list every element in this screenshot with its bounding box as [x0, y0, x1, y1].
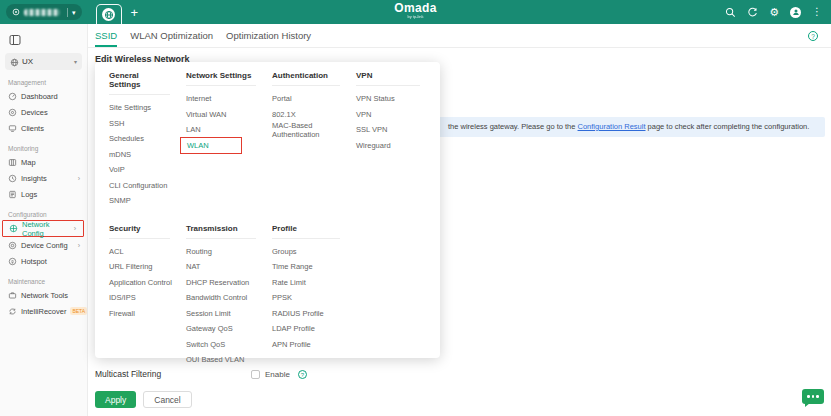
- menu-item-lan[interactable]: LAN: [186, 122, 272, 138]
- menu-item-schedules[interactable]: Schedules: [109, 131, 186, 147]
- menu-item-site-settings[interactable]: Site Settings: [109, 100, 186, 116]
- menu-item-mac-based-authentication[interactable]: MAC-Based Authentication: [272, 122, 356, 138]
- sidebar-item-devices[interactable]: Devices: [0, 104, 87, 120]
- menu-item-gateway-qos[interactable]: Gateway QoS: [186, 321, 272, 337]
- menu-item-label: Routing: [186, 247, 212, 256]
- menu-item-nat[interactable]: NAT: [186, 259, 272, 275]
- sidebar-item-device-config[interactable]: Device Config›: [0, 237, 87, 253]
- menu-item-label: Time Range: [272, 262, 313, 271]
- site-selector[interactable]: UX ▾: [5, 53, 82, 70]
- menu-item-switch-qos[interactable]: Switch QoS: [186, 337, 272, 353]
- chevron-right-icon: ›: [78, 175, 80, 182]
- divider: [67, 8, 68, 17]
- menu-item-label: IDS/IPS: [109, 293, 136, 302]
- menu-item-ssh[interactable]: SSH: [109, 116, 186, 132]
- active-site-tab[interactable]: [96, 4, 122, 24]
- network-tools-icon: [8, 291, 17, 300]
- hotspot-icon: [8, 257, 17, 266]
- menu-item-firewall[interactable]: Firewall: [109, 306, 186, 322]
- new-tab-button[interactable]: +: [131, 6, 139, 19]
- menu-row-2: SecurityACLURL FilteringApplication Cont…: [109, 224, 440, 368]
- chevron-down-icon: ▾: [72, 9, 76, 16]
- menu-item-groups[interactable]: Groups: [272, 244, 356, 260]
- refresh-icon[interactable]: [747, 7, 758, 18]
- dot-icon: [816, 395, 819, 398]
- device-config-icon: [8, 241, 17, 250]
- help-icon[interactable]: ?: [808, 31, 818, 41]
- menu-item-bandwidth-control[interactable]: Bandwidth Control: [186, 290, 272, 306]
- menu-item-ssl-vpn[interactable]: SSL VPN: [356, 122, 436, 138]
- menu-item-wlan[interactable]: WLAN: [186, 138, 272, 154]
- menu-item-acl[interactable]: ACL: [109, 244, 186, 260]
- form-actions: Apply Cancel: [95, 391, 192, 408]
- menu-item-portal[interactable]: Portal: [272, 91, 356, 107]
- tab-optimization-history[interactable]: Optimization History: [226, 24, 311, 47]
- configuration-result-link[interactable]: Configuration Result: [578, 122, 646, 131]
- account-icon[interactable]: [790, 7, 801, 18]
- menu-item-rate-limit[interactable]: Rate Limit: [272, 275, 356, 291]
- menu-item-application-control[interactable]: Application Control: [109, 275, 186, 291]
- sidebar-item-map[interactable]: Map: [0, 154, 87, 170]
- menu-group-items: GroupsTime RangeRate LimitPPSKRADIUS Pro…: [272, 244, 356, 353]
- menu-item-label: Firewall: [109, 309, 135, 318]
- menu-item-ppsk[interactable]: PPSK: [272, 290, 356, 306]
- sidebar-item-clients[interactable]: Clients: [0, 120, 87, 136]
- menu-item-ids-ips[interactable]: IDS/IPS: [109, 290, 186, 306]
- omada-logo: Omada by tp-link: [0, 2, 831, 19]
- feedback-bubble-button[interactable]: [802, 389, 824, 404]
- menu-item-oui-based-vlan[interactable]: OUI Based VLAN: [186, 352, 272, 368]
- menu-item-ldap-profile[interactable]: LDAP Profile: [272, 321, 356, 337]
- menu-row-1: General SettingsSite SettingsSSHSchedule…: [109, 71, 440, 209]
- menu-group-title: Profile: [272, 224, 340, 239]
- menu-item-label: OUI Based VLAN: [186, 355, 244, 364]
- sidebar-item-hotspot[interactable]: Hotspot: [0, 253, 87, 269]
- enable-checkbox[interactable]: [251, 370, 260, 379]
- section-label: Management: [8, 79, 87, 86]
- controller-selector[interactable]: ▾: [6, 4, 82, 20]
- collapse-sidebar-icon[interactable]: [9, 32, 21, 44]
- sidebar-item-label: Device Config: [21, 241, 68, 250]
- controller-name-obscured: [24, 9, 60, 16]
- more-icon[interactable]: ⋮: [812, 7, 822, 17]
- menu-item-mdns[interactable]: mDNS: [109, 147, 186, 163]
- menu-item-wireguard[interactable]: Wireguard: [356, 138, 436, 154]
- menu-item-label: NAT: [186, 262, 200, 271]
- menu-item-cli-configuration[interactable]: CLI Configuration: [109, 178, 186, 194]
- menu-item-url-filtering[interactable]: URL Filtering: [109, 259, 186, 275]
- menu-item-radius-profile[interactable]: RADIUS Profile: [272, 306, 356, 322]
- tab-wlan-optimization[interactable]: WLAN Optimization: [130, 24, 213, 47]
- apply-button[interactable]: Apply: [95, 391, 136, 408]
- menu-item-802-1x[interactable]: 802.1X: [272, 107, 356, 123]
- settings-icon[interactable]: ⚙: [769, 7, 779, 18]
- beta-badge: BETA: [70, 307, 87, 315]
- sidebar-item-intellirecover[interactable]: IntelliRecoverBETA: [0, 303, 87, 319]
- menu-group-security: SecurityACLURL FilteringApplication Cont…: [109, 224, 186, 368]
- menu-item-voip[interactable]: VoIP: [109, 162, 186, 178]
- menu-item-internet[interactable]: Internet: [186, 91, 272, 107]
- tab-ssid[interactable]: SSID: [95, 24, 117, 47]
- menu-item-apn-profile[interactable]: APN Profile: [272, 337, 356, 353]
- banner-text-end: page to check after completing the confi…: [646, 122, 810, 131]
- sidebar-item-insights[interactable]: Insights›: [0, 170, 87, 186]
- menu-item-label: Schedules: [109, 134, 144, 143]
- info-icon[interactable]: ?: [298, 370, 307, 379]
- sidebar-item-logs[interactable]: Logs: [0, 186, 87, 202]
- menu-item-vpn-status[interactable]: VPN Status: [356, 91, 436, 107]
- menu-group-items: InternetVirtual WANLANWLAN: [186, 91, 272, 153]
- menu-group-items: Portal802.1XMAC-Based Authentication: [272, 91, 356, 138]
- menu-item-virtual-wan[interactable]: Virtual WAN: [186, 107, 272, 123]
- menu-item-label: Session Limit: [186, 309, 231, 318]
- menu-item-vpn[interactable]: VPN: [356, 107, 436, 123]
- sidebar-item-dashboard[interactable]: Dashboard: [0, 88, 87, 104]
- menu-item-time-range[interactable]: Time Range: [272, 259, 356, 275]
- menu-item-session-limit[interactable]: Session Limit: [186, 306, 272, 322]
- sidebar-item-network-tools[interactable]: Network Tools: [0, 287, 87, 303]
- sidebar-item-network-config[interactable]: Network Config›: [2, 220, 84, 237]
- menu-item-snmp[interactable]: SNMP: [109, 193, 186, 209]
- menu-item-routing[interactable]: Routing: [186, 244, 272, 260]
- sidebar-item-label: Devices: [21, 108, 48, 117]
- menu-item-dhcp-reservation[interactable]: DHCP Reservation: [186, 275, 272, 291]
- search-icon[interactable]: [725, 7, 736, 18]
- cancel-button[interactable]: Cancel: [143, 391, 191, 408]
- chevron-down-icon: ▾: [74, 58, 77, 65]
